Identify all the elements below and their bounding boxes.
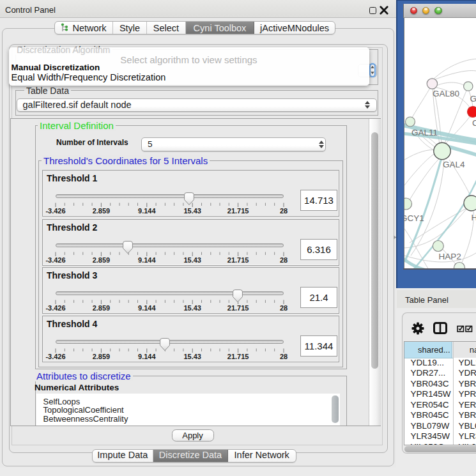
svg-text:GCY1: GCY1: [404, 213, 424, 223]
svg-text:GAL80: GAL80: [433, 89, 459, 98]
svg-text:C: C: [472, 118, 476, 128]
svg-text:HAP2: HAP2: [439, 252, 461, 261]
svg-text:HIS5: HIS5: [472, 213, 476, 222]
svg-text:GA: GA: [470, 94, 476, 104]
svg-text:GAL4: GAL4: [443, 160, 465, 169]
svg-text:GAL11: GAL11: [411, 128, 438, 137]
